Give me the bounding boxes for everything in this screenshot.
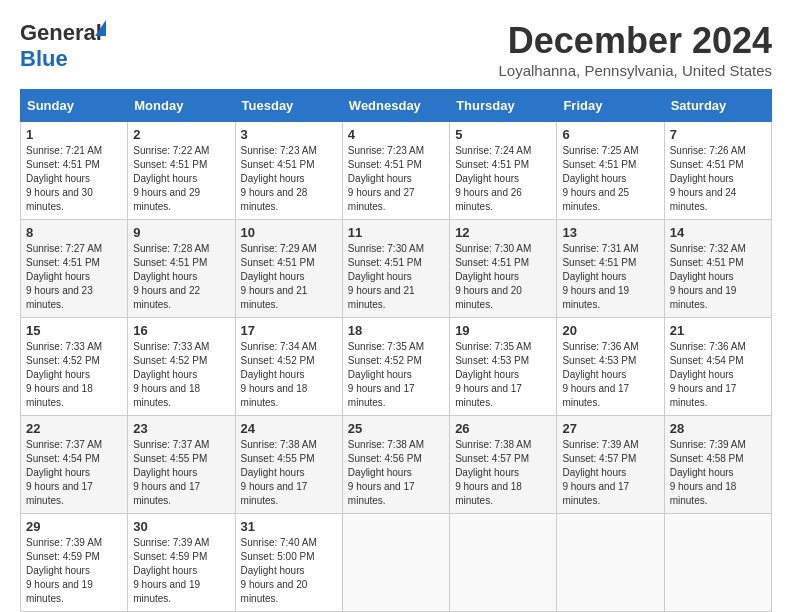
day-info: Sunrise: 7:38 AM Sunset: 4:55 PM Dayligh… [241, 438, 337, 508]
day-info: Sunrise: 7:25 AM Sunset: 4:51 PM Dayligh… [562, 144, 658, 214]
day-number: 6 [562, 127, 658, 142]
day-number: 13 [562, 225, 658, 240]
col-sunday: Sunday [21, 90, 128, 122]
table-row: 18 Sunrise: 7:35 AM Sunset: 4:52 PM Dayl… [342, 318, 449, 416]
table-row: 20 Sunrise: 7:36 AM Sunset: 4:53 PM Dayl… [557, 318, 664, 416]
day-info: Sunrise: 7:30 AM Sunset: 4:51 PM Dayligh… [348, 242, 444, 312]
day-number: 18 [348, 323, 444, 338]
day-info: Sunrise: 7:22 AM Sunset: 4:51 PM Dayligh… [133, 144, 229, 214]
table-row: 23 Sunrise: 7:37 AM Sunset: 4:55 PM Dayl… [128, 416, 235, 514]
table-row: 30 Sunrise: 7:39 AM Sunset: 4:59 PM Dayl… [128, 514, 235, 612]
table-row [342, 514, 449, 612]
table-row: 16 Sunrise: 7:33 AM Sunset: 4:52 PM Dayl… [128, 318, 235, 416]
col-thursday: Thursday [450, 90, 557, 122]
day-number: 16 [133, 323, 229, 338]
calendar-week-4: 22 Sunrise: 7:37 AM Sunset: 4:54 PM Dayl… [21, 416, 772, 514]
day-info: Sunrise: 7:40 AM Sunset: 5:00 PM Dayligh… [241, 536, 337, 606]
table-row: 13 Sunrise: 7:31 AM Sunset: 4:51 PM Dayl… [557, 220, 664, 318]
day-info: Sunrise: 7:29 AM Sunset: 4:51 PM Dayligh… [241, 242, 337, 312]
calendar-week-5: 29 Sunrise: 7:39 AM Sunset: 4:59 PM Dayl… [21, 514, 772, 612]
day-info: Sunrise: 7:35 AM Sunset: 4:53 PM Dayligh… [455, 340, 551, 410]
day-number: 2 [133, 127, 229, 142]
day-info: Sunrise: 7:31 AM Sunset: 4:51 PM Dayligh… [562, 242, 658, 312]
calendar-table: Sunday Monday Tuesday Wednesday Thursday… [20, 89, 772, 612]
day-info: Sunrise: 7:36 AM Sunset: 4:54 PM Dayligh… [670, 340, 766, 410]
table-row: 26 Sunrise: 7:38 AM Sunset: 4:57 PM Dayl… [450, 416, 557, 514]
day-number: 24 [241, 421, 337, 436]
day-number: 28 [670, 421, 766, 436]
table-row: 1 Sunrise: 7:21 AM Sunset: 4:51 PM Dayli… [21, 122, 128, 220]
table-row: 7 Sunrise: 7:26 AM Sunset: 4:51 PM Dayli… [664, 122, 771, 220]
col-tuesday: Tuesday [235, 90, 342, 122]
day-info: Sunrise: 7:30 AM Sunset: 4:51 PM Dayligh… [455, 242, 551, 312]
table-row: 29 Sunrise: 7:39 AM Sunset: 4:59 PM Dayl… [21, 514, 128, 612]
day-number: 21 [670, 323, 766, 338]
day-number: 19 [455, 323, 551, 338]
col-monday: Monday [128, 90, 235, 122]
day-number: 8 [26, 225, 122, 240]
table-row: 12 Sunrise: 7:30 AM Sunset: 4:51 PM Dayl… [450, 220, 557, 318]
day-number: 27 [562, 421, 658, 436]
day-number: 4 [348, 127, 444, 142]
day-info: Sunrise: 7:34 AM Sunset: 4:52 PM Dayligh… [241, 340, 337, 410]
day-info: Sunrise: 7:23 AM Sunset: 4:51 PM Dayligh… [348, 144, 444, 214]
table-row: 31 Sunrise: 7:40 AM Sunset: 5:00 PM Dayl… [235, 514, 342, 612]
day-number: 11 [348, 225, 444, 240]
table-row: 27 Sunrise: 7:39 AM Sunset: 4:57 PM Dayl… [557, 416, 664, 514]
day-info: Sunrise: 7:32 AM Sunset: 4:51 PM Dayligh… [670, 242, 766, 312]
logo-blue: Blue [20, 46, 68, 71]
day-number: 10 [241, 225, 337, 240]
calendar-subtitle: Loyalhanna, Pennsylvania, United States [498, 62, 772, 79]
header: General Blue December 2024 Loyalhanna, P… [20, 20, 772, 79]
day-info: Sunrise: 7:39 AM Sunset: 4:57 PM Dayligh… [562, 438, 658, 508]
day-info: Sunrise: 7:38 AM Sunset: 4:56 PM Dayligh… [348, 438, 444, 508]
day-info: Sunrise: 7:21 AM Sunset: 4:51 PM Dayligh… [26, 144, 122, 214]
day-number: 12 [455, 225, 551, 240]
day-number: 15 [26, 323, 122, 338]
table-row [664, 514, 771, 612]
day-number: 20 [562, 323, 658, 338]
table-row: 5 Sunrise: 7:24 AM Sunset: 4:51 PM Dayli… [450, 122, 557, 220]
day-number: 14 [670, 225, 766, 240]
table-row: 9 Sunrise: 7:28 AM Sunset: 4:51 PM Dayli… [128, 220, 235, 318]
day-info: Sunrise: 7:37 AM Sunset: 4:55 PM Dayligh… [133, 438, 229, 508]
title-area: December 2024 Loyalhanna, Pennsylvania, … [498, 20, 772, 79]
day-info: Sunrise: 7:27 AM Sunset: 4:51 PM Dayligh… [26, 242, 122, 312]
logo-general: General [20, 20, 102, 45]
table-row: 8 Sunrise: 7:27 AM Sunset: 4:51 PM Dayli… [21, 220, 128, 318]
day-number: 22 [26, 421, 122, 436]
table-row [557, 514, 664, 612]
day-info: Sunrise: 7:39 AM Sunset: 4:59 PM Dayligh… [133, 536, 229, 606]
logo: General Blue [20, 20, 102, 72]
table-row: 14 Sunrise: 7:32 AM Sunset: 4:51 PM Dayl… [664, 220, 771, 318]
day-info: Sunrise: 7:33 AM Sunset: 4:52 PM Dayligh… [133, 340, 229, 410]
day-info: Sunrise: 7:23 AM Sunset: 4:51 PM Dayligh… [241, 144, 337, 214]
table-row: 15 Sunrise: 7:33 AM Sunset: 4:52 PM Dayl… [21, 318, 128, 416]
day-info: Sunrise: 7:35 AM Sunset: 4:52 PM Dayligh… [348, 340, 444, 410]
day-info: Sunrise: 7:37 AM Sunset: 4:54 PM Dayligh… [26, 438, 122, 508]
table-row: 19 Sunrise: 7:35 AM Sunset: 4:53 PM Dayl… [450, 318, 557, 416]
day-info: Sunrise: 7:39 AM Sunset: 4:59 PM Dayligh… [26, 536, 122, 606]
table-row: 3 Sunrise: 7:23 AM Sunset: 4:51 PM Dayli… [235, 122, 342, 220]
day-number: 3 [241, 127, 337, 142]
calendar-title: December 2024 [498, 20, 772, 62]
day-number: 26 [455, 421, 551, 436]
day-info: Sunrise: 7:28 AM Sunset: 4:51 PM Dayligh… [133, 242, 229, 312]
day-number: 30 [133, 519, 229, 534]
table-row: 24 Sunrise: 7:38 AM Sunset: 4:55 PM Dayl… [235, 416, 342, 514]
day-info: Sunrise: 7:33 AM Sunset: 4:52 PM Dayligh… [26, 340, 122, 410]
day-number: 31 [241, 519, 337, 534]
calendar-week-3: 15 Sunrise: 7:33 AM Sunset: 4:52 PM Dayl… [21, 318, 772, 416]
table-row: 2 Sunrise: 7:22 AM Sunset: 4:51 PM Dayli… [128, 122, 235, 220]
col-friday: Friday [557, 90, 664, 122]
table-row [450, 514, 557, 612]
day-info: Sunrise: 7:39 AM Sunset: 4:58 PM Dayligh… [670, 438, 766, 508]
day-number: 1 [26, 127, 122, 142]
col-wednesday: Wednesday [342, 90, 449, 122]
day-info: Sunrise: 7:26 AM Sunset: 4:51 PM Dayligh… [670, 144, 766, 214]
table-row: 10 Sunrise: 7:29 AM Sunset: 4:51 PM Dayl… [235, 220, 342, 318]
col-saturday: Saturday [664, 90, 771, 122]
table-row: 28 Sunrise: 7:39 AM Sunset: 4:58 PM Dayl… [664, 416, 771, 514]
calendar-week-2: 8 Sunrise: 7:27 AM Sunset: 4:51 PM Dayli… [21, 220, 772, 318]
day-number: 23 [133, 421, 229, 436]
